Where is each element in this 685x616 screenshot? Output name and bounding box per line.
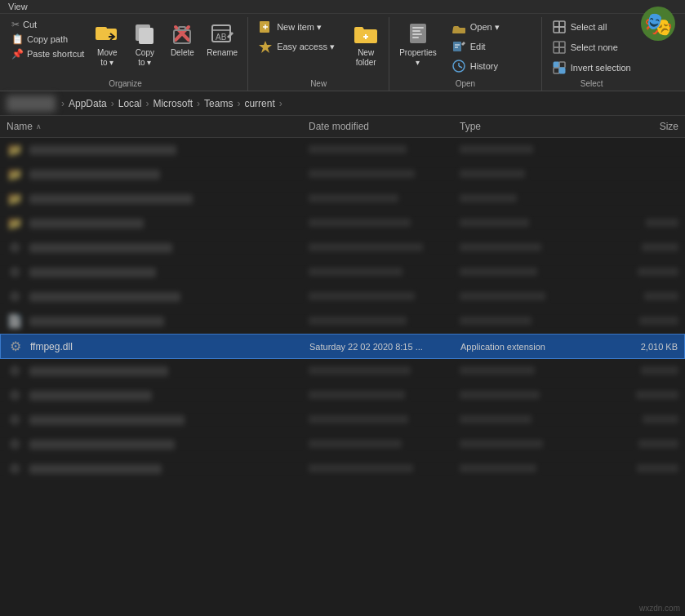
file-icon: 📁 — [7, 191, 23, 206]
copy-to-button[interactable]: Copyto ▾ — [127, 17, 162, 71]
copy-to-label: Copyto ▾ — [136, 48, 154, 68]
select-none-button[interactable]: Select none — [547, 38, 637, 57]
easy-access-icon — [258, 39, 273, 54]
invert-selection-icon — [552, 60, 567, 75]
select-none-icon — [552, 40, 567, 55]
invert-selection-label: Invert selection — [571, 63, 631, 73]
file-icon: 📁 — [7, 215, 23, 231]
breadcrumb-item-appdata[interactable]: AppData — [65, 96, 110, 111]
properties-button[interactable]: Properties▾ — [394, 17, 442, 71]
delete-icon — [169, 20, 195, 47]
svg-rect-34 — [559, 42, 565, 47]
move-to-button[interactable]: Moveto ▾ — [89, 17, 125, 71]
table-row[interactable]: ⚙ — [0, 285, 685, 309]
file-icon: 📁 — [7, 166, 23, 182]
file-icon: ⚙ — [7, 264, 23, 280]
edit-icon — [451, 39, 466, 54]
breadcrumb-sep-1: › — [111, 98, 114, 109]
history-button[interactable]: History — [447, 56, 536, 76]
svg-rect-19 — [412, 27, 424, 29]
col-header-type[interactable]: Type — [453, 119, 596, 134]
invert-selection-button[interactable]: Invert selection — [547, 58, 637, 78]
avatar[interactable]: 🎭 — [641, 7, 675, 41]
ffmpeg-dll-type: Application extension — [454, 340, 597, 353]
svg-rect-29 — [554, 21, 559, 27]
ffmpeg-dll-name: ffmpeg.dll — [30, 341, 73, 352]
svg-rect-38 — [559, 62, 565, 68]
col-header-date[interactable]: Date modified — [302, 119, 453, 134]
file-rows-top: 📁 📁 📁 — [0, 138, 685, 334]
file-icon: ⚙ — [7, 240, 23, 255]
open-group-label: Open — [394, 78, 536, 91]
edit-label: Edit — [470, 42, 486, 51]
new-folder-button[interactable]: Newfolder — [348, 17, 384, 71]
paste-shortcut-button[interactable]: 📌 Paste shortcut — [8, 47, 87, 61]
file-icon: ⚙ — [7, 289, 23, 304]
move-to-label: Moveto ▾ — [97, 48, 117, 68]
col-header-size[interactable]: Size — [596, 119, 685, 134]
svg-rect-30 — [559, 21, 565, 27]
new-stack: New item ▾ Easy access ▾ — [253, 17, 343, 56]
delete-button[interactable]: Delete — [164, 17, 200, 61]
easy-access-label: Easy access ▾ — [277, 42, 335, 52]
table-row[interactable]: ⚙ — [0, 457, 685, 481]
table-row[interactable]: ⚙ — [0, 359, 685, 383]
svg-rect-32 — [559, 27, 565, 33]
cut-button[interactable]: ✂ Cut — [8, 17, 87, 32]
history-label: History — [470, 61, 498, 71]
table-row[interactable]: ⚙ — [0, 383, 685, 408]
open-button[interactable]: Open ▾ — [447, 17, 536, 37]
new-item-icon — [258, 20, 273, 34]
table-row[interactable]: ⚙ — [0, 260, 685, 285]
edit-button[interactable]: Edit — [447, 37, 536, 56]
table-row[interactable]: ⚙ — [0, 408, 685, 432]
svg-rect-22 — [412, 37, 419, 38]
table-row[interactable]: 📁 — [0, 138, 685, 162]
select-actions: Select all Select none — [547, 17, 637, 78]
table-row[interactable]: 📁 — [0, 187, 685, 211]
table-row[interactable]: ⚙ — [0, 236, 685, 260]
breadcrumb-sep-2: › — [145, 98, 149, 109]
svg-rect-40 — [559, 68, 565, 73]
ffmpeg-dll-size: 2,010 KB — [597, 340, 684, 353]
svg-rect-33 — [554, 42, 559, 47]
breadcrumb-item-current[interactable]: current — [241, 96, 278, 111]
ffmpeg-dll-row[interactable]: ⚙ ffmpeg.dll Saturday 22 02 2020 8:15 ..… — [0, 334, 685, 359]
svg-rect-35 — [554, 47, 559, 53]
new-item-button[interactable]: New item ▾ — [253, 17, 343, 37]
file-ops: Moveto ▾ Copyto ▾ — [89, 17, 242, 71]
breadcrumb: › AppData › Local › Microsoft › Teams › … — [0, 91, 685, 116]
select-all-button[interactable]: Select all — [547, 17, 637, 37]
file-list-header: Name ∧ Date modified Type Size — [0, 116, 685, 138]
breadcrumb-item-local[interactable]: Local — [115, 96, 145, 111]
rename-button[interactable]: AB Rename — [202, 17, 242, 61]
rename-icon: AB — [209, 20, 235, 47]
organize-label: Organize — [8, 78, 242, 91]
paste-shortcut-icon: 📌 — [11, 48, 24, 60]
breadcrumb-item-teams[interactable]: Teams — [201, 96, 236, 111]
svg-rect-23 — [453, 42, 461, 51]
file-rows-bottom: ⚙ ⚙ ⚙ ⚙ — [0, 359, 685, 481]
table-row[interactable]: 📁 — [0, 162, 685, 187]
select-group-label: select — [547, 78, 637, 91]
ribbon-group-new: New item ▾ Easy access ▾ — [248, 17, 389, 91]
file-list-area: Name ∧ Date modified Type Size 📁 📁 — [0, 116, 685, 481]
file-icon: 📄 — [7, 313, 23, 329]
svg-rect-39 — [554, 68, 559, 73]
breadcrumb-sep-3: › — [197, 98, 200, 109]
table-row[interactable]: ⚙ — [0, 432, 685, 457]
easy-access-button[interactable]: Easy access ▾ — [253, 37, 343, 56]
dll-file-icon: ⚙ — [7, 339, 24, 354]
file-icon: ⚙ — [7, 388, 23, 403]
col-header-name[interactable]: Name ∧ — [0, 119, 302, 134]
table-row[interactable]: 📁 — [0, 211, 685, 236]
copy-path-icon: 📋 — [11, 33, 24, 45]
new-folder-icon — [353, 20, 379, 47]
copy-path-button[interactable]: 📋 Copy path — [8, 32, 87, 47]
view-label: View — [0, 0, 685, 13]
breadcrumb-item-microsoft[interactable]: Microsoft — [149, 96, 196, 111]
breadcrumb-sep-0: › — [61, 98, 64, 109]
table-row[interactable]: 📄 — [0, 309, 685, 334]
svg-rect-37 — [554, 62, 559, 68]
svg-rect-31 — [554, 27, 559, 33]
